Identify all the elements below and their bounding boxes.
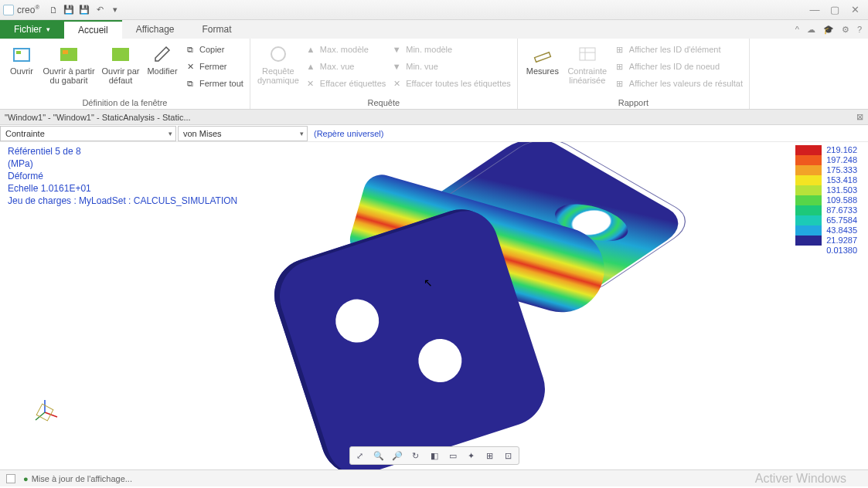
pencil-icon — [151, 43, 173, 65]
svg-rect-6 — [534, 53, 550, 62]
group-report-label: Rapport — [524, 97, 743, 107]
qat-dropdown-icon[interactable]: ▾ — [108, 3, 122, 17]
open-button[interactable]: Ouvrir — [6, 42, 37, 76]
dynamic-query-label: Requête dynamique — [257, 66, 299, 85]
qat-new-icon[interactable]: 🗋 — [46, 3, 60, 17]
min-view-icon: ▼ — [390, 60, 403, 73]
close-all-icon: ⧉ — [184, 77, 196, 90]
min-model-button: ▼Min. modèle — [390, 42, 511, 57]
settings-icon[interactable]: ⚙ — [842, 25, 849, 35]
qat-undo-icon[interactable]: ↶ — [93, 3, 107, 17]
ribbon-group-window: Ouvrir Ouvrir à partir du gabarit Ouvrir… — [0, 39, 250, 109]
info-deformed: Déformé — [8, 170, 237, 182]
maximize-button[interactable]: ▢ — [825, 2, 845, 19]
tab-file[interactable]: Fichier▾ — [0, 20, 64, 39]
title-bar: creo® 🗋 💾 💾 ↶ ▾ — ▢ ✕ — [0, 0, 868, 20]
component-combo[interactable]: von Mises — [178, 126, 308, 141]
quantity-combo[interactable]: Contrainte — [0, 126, 176, 141]
open-template-label: Ouvrir à partir du gabarit — [43, 66, 94, 85]
show-node-ids-button: ⊞Afficher les ID de noeud — [614, 59, 743, 74]
qat-saveas-icon[interactable]: 💾 — [77, 3, 91, 17]
modify-label: Modifier — [147, 66, 177, 76]
legend-bar — [795, 145, 822, 246]
document-bar: "Window1" - "Window1" - StaticAnalysis -… — [0, 110, 868, 125]
min-view-button: ▼Min. vue — [390, 59, 511, 74]
svg-rect-4 — [112, 48, 129, 61]
zoom-out-icon[interactable]: 🔎 — [390, 449, 404, 463]
svg-rect-7 — [580, 48, 595, 60]
open-template-button[interactable]: Ouvrir à partir du gabarit — [42, 42, 96, 85]
svg-rect-3 — [63, 50, 68, 54]
ribbon-tabs: Fichier▾ Accueil Affichage Format ^ ☁ 🎓 … — [0, 20, 868, 39]
open-default-icon — [110, 43, 131, 65]
frame-label: (Repère universel) — [314, 129, 383, 138]
help-icon[interactable]: ? — [857, 25, 862, 34]
group-query-label: Requête — [257, 97, 511, 107]
close-window-button[interactable]: ✕Fermer — [184, 59, 243, 74]
linear-constraint-button: Contrainte linéarisée — [566, 42, 609, 85]
elem-id-icon: ⊞ — [614, 43, 626, 56]
svg-rect-0 — [14, 49, 29, 61]
model-view: ↖ — [278, 161, 587, 454]
copy-icon: ⧉ — [184, 43, 196, 56]
status-checkbox[interactable] — [6, 474, 15, 483]
cursor-icon: ↖ — [424, 276, 433, 289]
saved-views-icon[interactable]: ▭ — [446, 449, 460, 463]
close-all-button[interactable]: ⧉Fermer tout — [184, 76, 243, 91]
zoom-in-icon[interactable]: 🔍 — [372, 449, 386, 463]
ribbon: Ouvrir Ouvrir à partir du gabarit Ouvrir… — [0, 39, 868, 110]
view-toolbar: ⤢ 🔍 🔎 ↻ ◧ ▭ ✦ ⊞ ⊡ — [349, 446, 519, 465]
display-style-icon[interactable]: ◧ — [427, 449, 441, 463]
app-name: creo® — [17, 4, 39, 15]
windows-watermark: Activer Windows — [755, 474, 862, 483]
max-model-button: ▲Max. modèle — [305, 42, 386, 57]
clear-tags-icon: ✕ — [305, 77, 317, 90]
cloud-icon[interactable]: ☁ — [807, 25, 815, 35]
qat-save-icon[interactable]: 💾 — [62, 3, 76, 17]
tab-home[interactable]: Accueil — [64, 20, 122, 39]
document-title: "Window1" - "Window1" - StaticAnalysis -… — [5, 113, 191, 122]
close-icon: ✕ — [184, 60, 196, 73]
ribbon-minimize-icon[interactable]: ^ — [795, 25, 799, 34]
viewport[interactable]: Référentiel 5 de 8 (MPa) Déformé Echelle… — [0, 142, 868, 469]
group-window-label: Définition de la fenêtre — [6, 97, 243, 107]
minimize-button[interactable]: — — [805, 2, 825, 19]
annotations-icon[interactable]: ⊡ — [502, 449, 516, 463]
result-info: Référentiel 5 de 8 (MPa) Déformé Echelle… — [8, 145, 237, 207]
modify-button[interactable]: Modifier — [145, 42, 179, 76]
tab-display[interactable]: Affichage — [122, 20, 189, 39]
open-icon — [11, 43, 32, 65]
refit-icon[interactable]: ⤢ — [353, 449, 367, 463]
open-default-button[interactable]: Ouvrir par défaut — [100, 42, 141, 85]
linear-constraint-label: Contrainte linéarisée — [567, 66, 607, 85]
tab-format[interactable]: Format — [189, 20, 246, 39]
info-unit: (MPa) — [8, 158, 237, 170]
max-view-icon: ▲ — [305, 60, 317, 73]
learn-icon[interactable]: 🎓 — [823, 25, 834, 35]
perspective-icon[interactable]: ✦ — [465, 449, 478, 463]
measures-button[interactable]: Mesures — [524, 42, 561, 76]
status-bullet-icon: ● — [23, 474, 29, 483]
node-id-icon: ⊞ — [614, 60, 626, 73]
datum-icon[interactable]: ⊞ — [483, 449, 497, 463]
document-close-icon[interactable]: ⊠ — [856, 112, 863, 122]
info-ref: Référentiel 5 de 8 — [8, 145, 237, 158]
clear-all-tags-button: ✕Effacer toutes les étiquettes — [390, 76, 511, 91]
open-template-icon — [58, 43, 80, 65]
clear-all-tags-icon: ✕ — [390, 77, 403, 90]
open-label: Ouvrir — [10, 66, 33, 76]
orientation-triad — [29, 397, 60, 428]
ribbon-group-report: Mesures Contrainte linéarisée ⊞Afficher … — [518, 39, 750, 109]
copy-button[interactable]: ⧉Copier — [184, 42, 243, 57]
min-model-icon: ▼ — [390, 43, 403, 56]
close-button[interactable]: ✕ — [845, 2, 865, 19]
measures-label: Mesures — [526, 66, 559, 76]
linear-constraint-icon — [577, 43, 598, 65]
repaint-icon[interactable]: ↻ — [409, 449, 423, 463]
info-loadset: Jeu de charges : MyLoadSet : CALCULS_SIM… — [8, 195, 237, 207]
show-elem-ids-button: ⊞Afficher les ID d'élément — [614, 42, 743, 57]
legend-labels: 219.162197.248175.333153.418131.503109.5… — [826, 145, 857, 256]
status-bar: ● Mise à jour de l'affichage... Activer … — [0, 469, 868, 486]
max-model-icon: ▲ — [305, 43, 317, 56]
ribbon-group-query: Requête dynamique ▲Max. modèle ▲Max. vue… — [250, 39, 518, 109]
